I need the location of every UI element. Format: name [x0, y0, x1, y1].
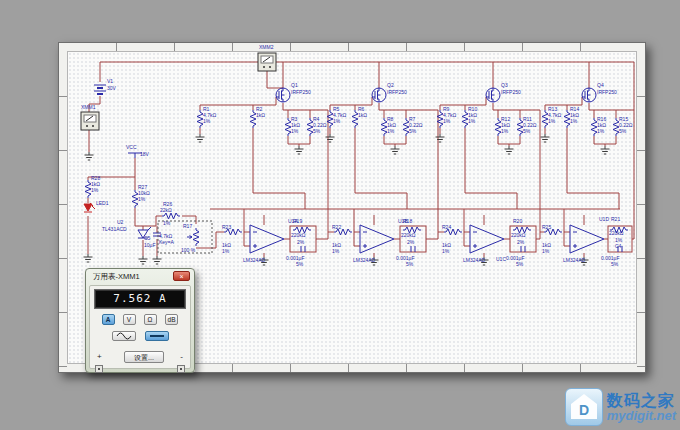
dialog-body: 7.562 A A V Ω dB + 设置... - — [89, 285, 191, 369]
tl431-symbol — [138, 227, 151, 238]
resistor-symbols-vertical — [85, 110, 619, 246]
mode-button-volts[interactable]: V — [123, 314, 136, 325]
led-symbol[interactable] — [84, 203, 95, 212]
sine-wave-icon — [116, 332, 132, 340]
multimeter-icon-xmm2[interactable] — [258, 53, 276, 71]
watermark: D 数码之家 mydigit.net — [565, 388, 676, 426]
minus-terminal-label: - — [180, 352, 183, 361]
resistor-symbols-horizontal — [162, 213, 628, 235]
mode-button-db[interactable]: dB — [165, 314, 179, 325]
plus-terminal-label: + — [97, 352, 102, 361]
mode-button-row: A V Ω dB — [90, 314, 190, 325]
watermark-site-url: mydigit.net — [607, 409, 676, 422]
mode-button-amps[interactable]: A — [102, 314, 115, 325]
mosfet-symbols — [276, 88, 596, 102]
component-symbols[interactable] — [85, 85, 628, 253]
mydigit-logo-icon: D — [565, 388, 603, 426]
multimeter-reading: 7.562 A — [94, 289, 186, 309]
potentiometer-arrow — [187, 236, 192, 239]
application-workspace: V130VXMM1XMM2VCC18VR281kΩ1%R2710kΩ1%LED1… — [0, 0, 680, 430]
logo-letter: D — [579, 402, 589, 418]
ac-mode-button[interactable] — [112, 331, 136, 341]
battery-v1 — [94, 85, 106, 94]
dc-line-icon — [150, 335, 164, 337]
close-icon[interactable]: × — [173, 271, 190, 281]
wires[interactable] — [88, 62, 634, 257]
multimeter-dialog[interactable]: 万用表-XMM1 × 7.562 A A V Ω dB — [85, 268, 195, 373]
mode-button-ohms[interactable]: Ω — [144, 314, 157, 325]
dc-mode-button[interactable] — [145, 331, 169, 341]
multimeter-icon-xmm1[interactable] — [81, 112, 99, 130]
signal-button-row — [90, 331, 190, 341]
dialog-title: 万用表-XMM1 — [93, 272, 140, 281]
ground-symbols[interactable] — [84, 134, 610, 265]
watermark-site-name: 数码之家 — [607, 393, 676, 409]
vcc-symbol — [128, 153, 142, 158]
plus-terminal-jack[interactable] — [95, 365, 103, 373]
minus-terminal-jack[interactable] — [177, 365, 185, 373]
settings-button[interactable]: 设置... — [124, 351, 164, 363]
